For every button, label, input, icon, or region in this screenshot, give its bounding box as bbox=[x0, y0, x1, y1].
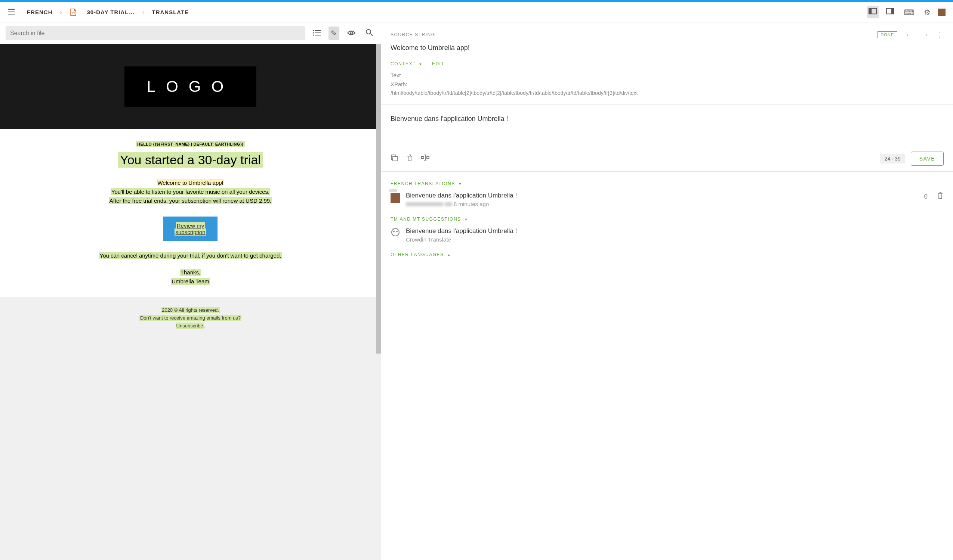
footer-optout[interactable]: Don't want to receive amazing emails fro… bbox=[140, 315, 241, 321]
breadcrumb-file[interactable]: 30-DAY TRIAL… bbox=[87, 9, 135, 15]
email-preview: LOGO HELLO {{${FIRST_NAME} | DEFAULT: EA… bbox=[0, 44, 381, 345]
svg-point-8 bbox=[313, 30, 314, 31]
entry-avatar bbox=[391, 193, 400, 203]
entry-text: Bienvenue dans l'application Umbrella ! bbox=[406, 192, 919, 200]
next-arrow-icon[interactable]: → bbox=[920, 30, 929, 40]
header-actions: ⌨ ⚙ bbox=[867, 6, 945, 19]
entry-content: Bienvenue dans l'application Umbrella ! … bbox=[406, 192, 919, 207]
right-panel: SOURCE STRING DONE ← → ⋮ Welcome to Umbr… bbox=[381, 22, 953, 560]
source-label: SOURCE STRING bbox=[391, 32, 435, 37]
list-icon[interactable] bbox=[311, 27, 323, 40]
divider bbox=[381, 105, 953, 105]
keyboard-icon[interactable]: ⌨ bbox=[902, 6, 916, 19]
logo-text: LOGO bbox=[147, 78, 234, 95]
done-badge: DONE bbox=[877, 31, 897, 38]
meta-text: Text bbox=[391, 71, 944, 80]
search-input[interactable] bbox=[6, 26, 305, 40]
footer-unsubscribe[interactable]: Unsubscribe bbox=[175, 323, 204, 329]
hello-line[interactable]: HELLO {{${FIRST_NAME} | DEFAULT: EARTHLI… bbox=[136, 141, 245, 147]
meta-xpath: /html/body/table/tbody/tr/td/table[2]/tb… bbox=[391, 89, 944, 97]
svg-rect-2 bbox=[869, 9, 872, 14]
text-cursor-icon[interactable] bbox=[421, 154, 429, 164]
divider bbox=[381, 171, 953, 172]
cta-line-2: subscription bbox=[175, 229, 206, 235]
layout-split-left-icon[interactable] bbox=[867, 6, 878, 18]
entry-meta: 8 minutes ago bbox=[406, 201, 919, 207]
cta-button[interactable]: Review my subscription bbox=[163, 217, 217, 241]
more-icon[interactable]: ⋮ bbox=[936, 30, 944, 39]
delete-icon[interactable] bbox=[937, 192, 944, 201]
zoom-icon[interactable] bbox=[363, 26, 375, 40]
tm-content: Bienvenue dans l'application Umbrella ! … bbox=[406, 227, 944, 243]
svg-point-11 bbox=[350, 32, 352, 34]
save-button[interactable]: SAVE bbox=[911, 152, 944, 166]
cancel-text[interactable]: You can cancel anytime during your trial… bbox=[99, 252, 282, 259]
breadcrumb: FRENCH › </> 30-DAY TRIAL… › TRANSLATE bbox=[27, 8, 867, 16]
edit-link[interactable]: EDIT bbox=[432, 61, 444, 67]
svg-rect-15 bbox=[393, 156, 397, 161]
preview-area[interactable]: LOGO HELLO {{${FIRST_NAME} | DEFAULT: EA… bbox=[0, 44, 381, 560]
svg-rect-4 bbox=[891, 9, 894, 14]
tm-suggestions-section[interactable]: TM AND MT SUGGESTIONS ▼ bbox=[391, 217, 944, 222]
crowdin-icon bbox=[391, 227, 400, 237]
welcome-string-highlighted[interactable]: Welcome to Umbrella app! bbox=[157, 179, 224, 186]
context-meta: Text XPath: /html/body/table/tbody/tr/td… bbox=[391, 71, 944, 97]
entry-time: 8 minutes ago bbox=[454, 201, 489, 207]
preview-toolbar: ✎ bbox=[0, 22, 381, 44]
email-footer: 2020 © All rights reserved. Don't want t… bbox=[0, 297, 381, 345]
body-text: Welcome to Umbrella app! You'll be able … bbox=[19, 178, 362, 205]
main: ✎ LOGO HELLO {{${FIRST_NAME} | DEFAULT: … bbox=[0, 22, 953, 560]
email-body: HELLO {{${FIRST_NAME} | DEFAULT: EARTHLI… bbox=[0, 129, 381, 297]
translation-input[interactable]: Bienvenue dans l'application Umbrella ! bbox=[391, 110, 944, 148]
vote-count: 0 bbox=[924, 193, 928, 201]
prev-arrow-icon[interactable]: ← bbox=[905, 30, 913, 40]
edit-icon[interactable]: ✎ bbox=[329, 26, 339, 40]
other-languages-section[interactable]: OTHER LANGUAGES ▼ bbox=[391, 252, 944, 257]
svg-line-13 bbox=[370, 34, 373, 36]
team-line[interactable]: Umbrella Team bbox=[171, 278, 210, 285]
scrollbar-track bbox=[376, 44, 381, 560]
breadcrumb-lang[interactable]: FRENCH bbox=[27, 9, 53, 15]
body-line-3[interactable]: After the free trial ends, your subscrip… bbox=[109, 197, 272, 204]
context-link[interactable]: CONTEXT ▼ bbox=[391, 61, 423, 67]
char-count: 24 · 39 bbox=[880, 154, 905, 164]
chevron-right-icon: › bbox=[60, 8, 62, 16]
french-translations-section[interactable]: FRENCH TRANSLATIONS ▼ bbox=[391, 181, 944, 186]
tm-text: Bienvenue dans l'application Umbrella ! bbox=[406, 227, 944, 235]
translation-entry[interactable]: Bienvenue dans l'application Umbrella ! … bbox=[391, 192, 944, 207]
svg-point-9 bbox=[313, 32, 314, 33]
tm-source: Crowdin Translate bbox=[406, 236, 944, 243]
email-logo-header: LOGO bbox=[0, 44, 381, 129]
clear-icon[interactable] bbox=[406, 154, 413, 164]
svg-text:</>: </> bbox=[71, 12, 75, 14]
save-group: 24 · 39 SAVE bbox=[880, 152, 944, 166]
source-actions: DONE ← → ⋮ bbox=[877, 30, 944, 40]
input-icons bbox=[391, 154, 429, 164]
left-panel: ✎ LOGO HELLO {{${FIRST_NAME} | DEFAULT: … bbox=[0, 22, 381, 560]
menu-icon[interactable]: ☰ bbox=[8, 7, 16, 17]
input-toolbar: 24 · 39 SAVE bbox=[391, 152, 944, 166]
eye-icon[interactable] bbox=[345, 27, 358, 40]
copy-source-icon[interactable] bbox=[391, 154, 398, 164]
footer-copyright[interactable]: 2020 © All rights reserved. bbox=[161, 307, 220, 313]
avatar[interactable] bbox=[938, 9, 945, 16]
tm-entry[interactable]: Bienvenue dans l'application Umbrella ! … bbox=[391, 227, 944, 243]
thanks-block: Thanks, Umbrella Team bbox=[19, 268, 362, 286]
header: ☰ FRENCH › </> 30-DAY TRIAL… › TRANSLATE… bbox=[0, 2, 953, 22]
source-string: Welcome to Umbrella app! bbox=[391, 44, 944, 52]
thanks-line[interactable]: Thanks, bbox=[180, 269, 201, 276]
gear-icon[interactable]: ⚙ bbox=[922, 6, 933, 19]
file-icon: </> bbox=[70, 9, 77, 16]
meta-xpath-label: XPath: bbox=[391, 80, 944, 89]
headline[interactable]: You started a 30-day trial bbox=[118, 152, 263, 168]
layout-split-right-icon[interactable] bbox=[884, 6, 896, 18]
breadcrumb-action[interactable]: TRANSLATE bbox=[152, 9, 189, 15]
logo-box: LOGO bbox=[124, 67, 256, 107]
source-header: SOURCE STRING DONE ← → ⋮ bbox=[391, 30, 944, 40]
chevron-right-icon: › bbox=[143, 8, 144, 16]
body-line-2[interactable]: You'll be able to listen to your favorit… bbox=[111, 188, 270, 195]
scrollbar-thumb[interactable] bbox=[376, 44, 381, 354]
svg-point-12 bbox=[366, 29, 371, 34]
svg-point-10 bbox=[313, 34, 314, 36]
context-row: CONTEXT ▼ EDIT bbox=[391, 61, 944, 67]
